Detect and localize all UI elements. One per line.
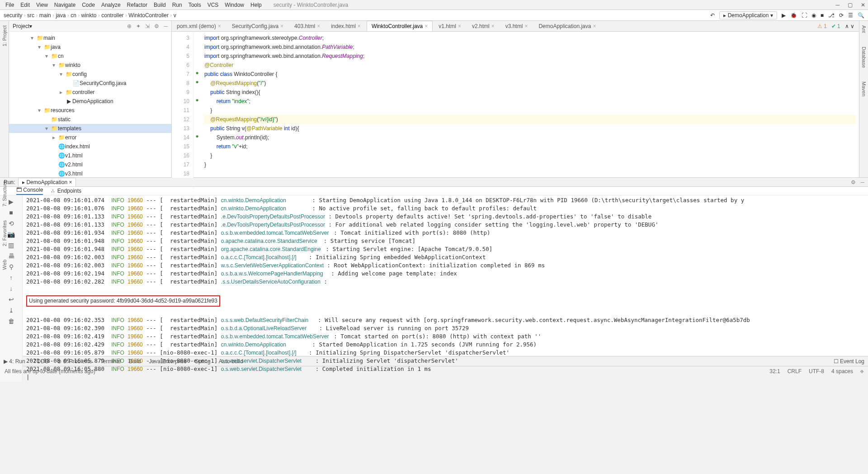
profile-icon[interactable]: ◉ bbox=[811, 12, 816, 19]
nav-back-icon[interactable]: ↶ bbox=[710, 12, 715, 19]
bottom-tab[interactable]: ▶ 4: Run bbox=[4, 358, 25, 365]
bottom-tab[interactable]: ⊘ 6: Problems bbox=[57, 358, 92, 365]
search-icon[interactable]: 🔍 bbox=[858, 12, 864, 19]
menu-help[interactable]: Help bbox=[248, 2, 264, 8]
collapse-icon[interactable]: ⇲ bbox=[145, 23, 150, 29]
tool-database[interactable]: Database bbox=[861, 47, 867, 68]
tree-node[interactable]: ▾📁 templates bbox=[9, 124, 171, 133]
stop-icon[interactable]: ■ bbox=[821, 12, 824, 19]
down-icon[interactable]: ↓ bbox=[9, 285, 13, 292]
bottom-tab[interactable]: Java Enterprise bbox=[149, 358, 187, 365]
code-editor[interactable]: import org.springframework.stereotype.Co… bbox=[201, 32, 859, 189]
menu-file[interactable]: File bbox=[3, 2, 17, 8]
tool-ant[interactable]: Ant bbox=[861, 25, 867, 33]
bottom-tab[interactable]: Terminal bbox=[100, 358, 121, 365]
run-hide-icon[interactable]: ─ bbox=[860, 179, 864, 185]
run-tab[interactable]: ▸ DemoApplication × bbox=[18, 178, 76, 186]
bottom-tab[interactable]: Spring bbox=[195, 358, 211, 365]
hide-icon[interactable]: ─ bbox=[164, 23, 168, 29]
select-opened-icon[interactable]: ⊕ bbox=[127, 23, 132, 29]
console-output[interactable]: 2021-08-08 09:16:01.074 INFO 19660 --- [… bbox=[23, 195, 868, 382]
tree-node[interactable]: ▾📁 cn bbox=[9, 52, 171, 61]
menu-vcs[interactable]: VCS bbox=[205, 2, 222, 8]
tool-1-project[interactable]: 1: Project bbox=[2, 25, 7, 46]
status-item[interactable]: 4 spaces bbox=[831, 368, 853, 374]
project-label[interactable]: Project bbox=[13, 23, 29, 29]
tree-node[interactable]: 📁 static bbox=[9, 115, 171, 124]
editor-tab[interactable]: pom.xml (demo)× bbox=[172, 21, 226, 31]
tree-node[interactable]: 🌐 index.html bbox=[9, 142, 171, 151]
menu-window[interactable]: Window bbox=[222, 2, 247, 8]
status-item[interactable]: CRLF bbox=[788, 368, 802, 374]
rerun-icon[interactable]: ▶ bbox=[9, 198, 14, 205]
scroll-icon[interactable]: ⤓ bbox=[9, 307, 14, 314]
tool-7-structure[interactable]: 7: Structure bbox=[2, 181, 7, 207]
editor-tab[interactable]: v1.html× bbox=[434, 21, 466, 31]
menu-code[interactable]: Code bbox=[79, 2, 98, 8]
maximize-icon[interactable]: ▢ bbox=[848, 2, 853, 8]
endpoints-tab[interactable]: ⛬ Endpoints bbox=[50, 188, 81, 194]
trash-icon[interactable]: 🗑 bbox=[8, 318, 14, 325]
bottom-tab[interactable]: TODO bbox=[33, 358, 49, 365]
status-item[interactable]: UTF-8 bbox=[809, 368, 824, 374]
menu-view[interactable]: View bbox=[33, 2, 51, 8]
console-tab[interactable]: 🗔 Console bbox=[16, 187, 43, 195]
tree-node[interactable]: 🌐 v3.html bbox=[9, 169, 171, 177]
run-config-select[interactable]: ▸ DemoApplication ▾ bbox=[719, 11, 777, 19]
tree-node[interactable]: ▸📁 error bbox=[9, 133, 171, 142]
tree-node[interactable]: ▸📁 controller bbox=[9, 88, 171, 97]
tree-node[interactable]: 📄 SecurityConfig.java bbox=[9, 79, 171, 88]
bottom-tab[interactable]: Build bbox=[129, 358, 141, 365]
editor-tab[interactable]: v2.html× bbox=[467, 21, 500, 31]
tree-node[interactable]: ▾📁 config bbox=[9, 70, 171, 79]
menu-navigate[interactable]: Navigate bbox=[52, 2, 78, 8]
menu-refactor[interactable]: Refactor bbox=[124, 2, 150, 8]
status-item[interactable]: 32:1 bbox=[769, 368, 780, 374]
update-icon[interactable]: ⟳ bbox=[839, 12, 844, 19]
tool-maven[interactable]: Maven bbox=[861, 81, 867, 96]
editor-tab[interactable]: index.html× bbox=[326, 21, 366, 31]
run-settings-icon[interactable]: ⚙ bbox=[851, 179, 856, 185]
debug-icon[interactable]: 🐞 bbox=[790, 12, 797, 19]
tree-node[interactable]: ▾📁 winkto bbox=[9, 61, 171, 70]
editor-tab[interactable]: SecurityConfig.java× bbox=[227, 21, 288, 31]
git-icon[interactable]: ⎇ bbox=[828, 12, 835, 19]
close-icon[interactable]: ✕ bbox=[861, 2, 865, 8]
tree-node[interactable]: ▾📁 java bbox=[9, 43, 171, 52]
project-tree[interactable]: ▾📁 main▾📁 java▾📁 cn▾📁 winkto▾📁 config📄 S… bbox=[9, 32, 171, 177]
event-log[interactable]: ☐ Event Log bbox=[834, 358, 864, 365]
tree-node[interactable]: 🌐 v1.html bbox=[9, 151, 171, 160]
inspection-widget[interactable]: ⚠ 1 ✔ 1 ∧ ∨ bbox=[813, 21, 859, 31]
tool-web[interactable]: Web bbox=[2, 260, 7, 270]
filter-icon[interactable]: ⚲ bbox=[9, 263, 14, 270]
tree-node[interactable]: 🌐 v2.html bbox=[9, 160, 171, 169]
tree-node[interactable]: ▾📁 resources bbox=[9, 106, 171, 115]
run-icon[interactable]: ▶ bbox=[782, 12, 786, 19]
tree-node[interactable]: ▾📁 main bbox=[9, 33, 171, 43]
coverage-icon[interactable]: ⛶ bbox=[802, 12, 807, 19]
tool-2-favorites[interactable]: 2: Favorites bbox=[2, 220, 7, 246]
gear-icon[interactable]: ⚙ bbox=[154, 23, 159, 29]
editor-tab[interactable]: DemoApplication.java× bbox=[533, 21, 601, 31]
menu-tools[interactable]: Tools bbox=[186, 2, 204, 8]
menu-analyze[interactable]: Analyze bbox=[99, 2, 123, 8]
menu-build[interactable]: Build bbox=[151, 2, 169, 8]
restart-icon[interactable]: ⟲ bbox=[9, 220, 14, 227]
stop-run-icon[interactable]: ■ bbox=[9, 209, 13, 216]
editor-tab[interactable]: v3.html× bbox=[500, 21, 533, 31]
bottom-tab[interactable]: Auto-build bbox=[219, 358, 243, 365]
menu-edit[interactable]: Edit bbox=[18, 2, 33, 8]
wrap-icon[interactable]: ↩ bbox=[9, 296, 14, 303]
status-message: All files are up-to-date (moments ago) bbox=[5, 368, 95, 374]
editor-tab[interactable]: WinktoController.java× bbox=[367, 21, 433, 31]
settings-icon[interactable]: ☰ bbox=[848, 12, 853, 19]
breadcrumb[interactable]: security › src › main › java › cn › wink… bbox=[4, 12, 176, 19]
tree-node[interactable]: ▶ DemoApplication bbox=[9, 97, 171, 106]
menu-run[interactable]: Run bbox=[170, 2, 185, 8]
editor-tab[interactable]: 403.html× bbox=[289, 21, 325, 31]
main-menu: FileEditViewNavigateCodeAnalyzeRefactorB… bbox=[3, 2, 264, 8]
minimize-icon[interactable]: ─ bbox=[835, 2, 840, 8]
expand-all-icon[interactable]: ✦ bbox=[136, 23, 141, 29]
up-icon[interactable]: ↑ bbox=[9, 274, 13, 281]
status-item[interactable]: ⎆ bbox=[860, 368, 863, 374]
